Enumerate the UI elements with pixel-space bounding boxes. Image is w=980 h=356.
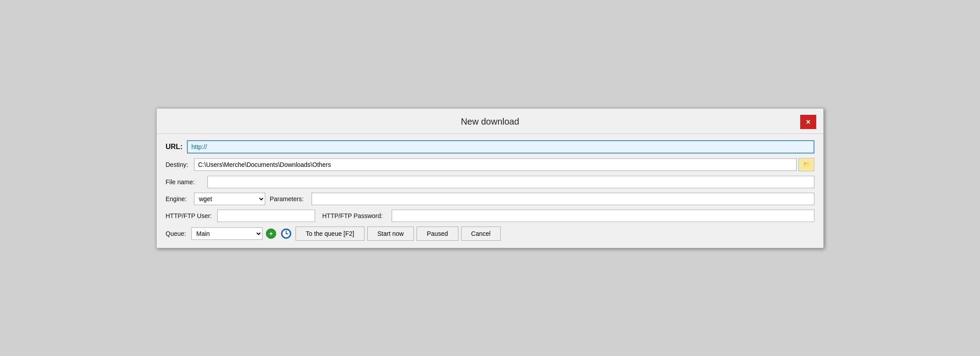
destiny-row: Destiny: 📁 [166, 158, 814, 171]
destiny-label: Destiny: [166, 161, 191, 168]
queue-row: Queue: Main Secondary + [166, 227, 814, 241]
new-download-dialog: New download × URL: Destiny: 📁 File name… [156, 108, 824, 248]
user-label: HTTP/FTP User: [166, 212, 215, 219]
password-input[interactable] [392, 210, 814, 222]
title-bar: New download × [157, 109, 823, 134]
url-label: URL: [166, 143, 184, 151]
password-label: HTTP/FTP Password: [322, 212, 389, 219]
add-icon: + [266, 228, 276, 239]
auth-row: HTTP/FTP User: HTTP/FTP Password: [166, 210, 814, 222]
url-row: URL: [166, 140, 814, 154]
svg-text:+: + [269, 230, 273, 237]
clock-icon [281, 228, 292, 239]
to-queue-button[interactable]: To the queue [F2] [296, 227, 364, 241]
dialog-title: New download [180, 117, 800, 127]
params-label: Parameters: [270, 195, 309, 202]
schedule-button[interactable] [279, 227, 293, 240]
folder-browse-button[interactable]: 📁 [798, 158, 814, 171]
engine-label: Engine: [166, 195, 191, 202]
filename-input[interactable] [207, 176, 814, 188]
url-input[interactable] [187, 140, 814, 154]
queue-label: Queue: [166, 230, 189, 237]
start-now-button[interactable]: Start now [367, 227, 414, 241]
paused-button[interactable]: Paused [417, 227, 458, 241]
close-button[interactable]: × [800, 115, 816, 129]
destiny-input[interactable] [194, 158, 797, 171]
user-input[interactable] [217, 210, 315, 222]
engine-row: Engine: wget curl aria2c Parameters: [166, 193, 814, 205]
queue-select[interactable]: Main Secondary [191, 227, 263, 240]
cancel-button[interactable]: Cancel [461, 227, 501, 241]
filename-label: File name: [166, 178, 205, 186]
dialog-content: URL: Destiny: 📁 File name: Engine: wget … [157, 134, 823, 248]
params-input[interactable] [312, 193, 814, 205]
folder-icon: 📁 [803, 161, 810, 168]
add-queue-button[interactable]: + [264, 227, 278, 240]
filename-row: File name: [166, 176, 814, 188]
engine-select[interactable]: wget curl aria2c [194, 193, 265, 205]
svg-point-7 [286, 233, 287, 234]
